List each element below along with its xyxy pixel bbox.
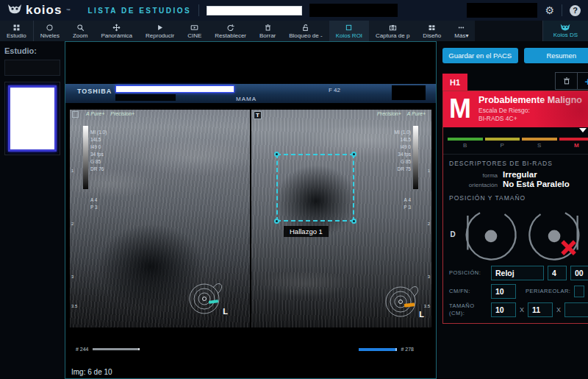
- finding-roi-label: Hallazgo 1: [284, 226, 329, 237]
- cmfn-field[interactable]: [491, 284, 516, 299]
- risk-scale-caption: Escala De Riesgo: BI-RADS 4C+: [478, 107, 582, 124]
- left-frame-scale: # 244: [76, 347, 140, 352]
- orientation-marker: T: [254, 111, 262, 119]
- finding-tab-actions: +: [555, 72, 588, 90]
- mode-labels-right: Precision+ A Pure+: [377, 111, 426, 116]
- left-frame-number: # 244: [76, 347, 89, 352]
- delete-finding-button[interactable]: [556, 73, 577, 89]
- toolbar-button-bloqueo[interactable]: Bloqueo de -: [282, 21, 329, 41]
- position-label: POSICIÓN:: [449, 269, 487, 277]
- toolbar-button-restablecer[interactable]: Restablecer: [208, 21, 253, 41]
- redacted-dicom-patient-name: [115, 85, 234, 93]
- risk-scale-bar: B P S M: [443, 127, 588, 150]
- header-divider-2: [562, 4, 562, 16]
- gear-icon[interactable]: ⚙: [545, 4, 554, 16]
- clock-minute-field[interactable]: [570, 266, 588, 280]
- classification-texts: Probablemente Maligno Escala De Riesgo: …: [478, 95, 582, 124]
- roi-handle[interactable]: [351, 152, 356, 157]
- toolbar-button-estudio[interactable]: Estudio: [0, 21, 33, 41]
- frame-scale-row: # 244 # 278: [65, 347, 436, 355]
- laterality-label: L: [223, 307, 228, 316]
- camera-icon: [389, 24, 397, 32]
- position-row: POSICIÓN:: [443, 263, 588, 282]
- toolbar-button-borrar[interactable]: Borrar: [253, 21, 282, 41]
- redacted-user-info: [467, 3, 537, 18]
- toolbar-button-cine[interactable]: CINE: [181, 21, 208, 41]
- right-frame-slider[interactable]: [359, 348, 397, 351]
- redacted-patient-id: [309, 4, 398, 17]
- left-breast-diagram[interactable]: [523, 206, 587, 263]
- redacted-study-field: [4, 60, 60, 76]
- cmfn-label: CM/FN:: [449, 288, 487, 295]
- roi-handle[interactable]: [351, 219, 356, 224]
- body-marker-icon: [187, 277, 226, 317]
- brand-trademark: ™: [65, 8, 70, 13]
- left-frame-slider[interactable]: [93, 348, 140, 350]
- toolbar-button-zoom[interactable]: Zoom: [66, 21, 94, 41]
- body-marker-right: L: [383, 280, 429, 322]
- dim-separator: X: [556, 306, 561, 314]
- size-dim1-field[interactable]: [491, 302, 516, 317]
- header-actions: ⚙ ?: [467, 3, 581, 18]
- header-divider: [198, 4, 199, 16]
- select-box-icon: [72, 111, 79, 118]
- toolbar-button-panoramica[interactable]: Panorámica: [94, 21, 139, 41]
- koios-ds-button[interactable]: Koios DS: [542, 21, 588, 41]
- ellipsis-icon: [457, 24, 465, 32]
- classification-title: Probablemente Maligno: [478, 95, 582, 105]
- risk-segment-b: B: [448, 138, 483, 149]
- right-breast-label: D: [448, 230, 456, 238]
- summary-button[interactable]: Resumen: [524, 48, 588, 63]
- size-dim2-field[interactable]: [528, 302, 553, 317]
- size-dim3-field[interactable]: [564, 302, 588, 317]
- toolbar-button-mas[interactable]: Más▾: [448, 21, 475, 41]
- app-window: koios ™ LISTA DE ESTUDIOS ⚙ ? Estudio Ni…: [0, 0, 588, 379]
- redacted-patient-name: [207, 6, 302, 15]
- toolbar-button-diseno[interactable]: Diseño: [416, 21, 448, 41]
- cmfn-row: CM/FN: PERIAREOLAR:: [443, 282, 588, 300]
- study-list-link[interactable]: LISTA DE ESTUDIOS: [87, 7, 191, 15]
- right-frame-scale: # 278: [359, 347, 414, 352]
- preset-readout-left: A 4 P 3: [90, 196, 98, 211]
- add-finding-button[interactable]: +: [577, 73, 588, 89]
- panel-buttons: Guardar en el PACS Resumen: [442, 48, 588, 63]
- descriptor-row-forma: forma Irregular: [443, 170, 588, 180]
- position-method-field[interactable]: [491, 266, 544, 280]
- periareolar-checkbox[interactable]: [574, 286, 584, 297]
- mode-labels-left: A Pure+ Precision+: [86, 111, 135, 116]
- image-counter: Img: 6 de 10: [71, 368, 112, 376]
- grid-icon: [12, 24, 21, 32]
- roi-handle[interactable]: [274, 219, 279, 224]
- size-row: TAMAÑO (CM): X X: [443, 300, 588, 323]
- grayscale-bar: [83, 126, 88, 189]
- toolbar-button-niveles[interactable]: Niveles: [33, 21, 66, 41]
- right-breast-diagram[interactable]: [459, 206, 522, 263]
- roi-square-icon: [345, 24, 353, 32]
- dim-separator: X: [520, 306, 524, 314]
- layout-icon: [428, 24, 436, 32]
- brand-name: koios: [26, 3, 62, 18]
- help-icon[interactable]: ?: [570, 5, 581, 16]
- save-pacs-button[interactable]: Guardar en el PACS: [442, 48, 518, 63]
- content-area: Estudio: TOSHIBA MAMA F 42 A: [0, 41, 588, 379]
- dicom-header-bar: TOSHIBA MAMA F 42: [65, 84, 436, 103]
- ultrasound-image-right[interactable]: T Precision+ A Pure+ MI (1.0) 14L5 I49 0…: [251, 110, 431, 327]
- roi-handle[interactable]: [274, 152, 279, 157]
- study-thumbnail[interactable]: [8, 85, 57, 152]
- thumbnail-list: [4, 82, 60, 155]
- redacted-dicom-date: [392, 85, 426, 100]
- finding-roi-box[interactable]: [276, 154, 354, 222]
- tech-readout-right: MI (1.0) 14L5 I49 0 34 fps G 85 DR 75: [395, 129, 411, 173]
- undo-icon: [226, 24, 234, 32]
- toolbar-button-reproducir[interactable]: Reproducir: [139, 21, 181, 41]
- toolbar-button-koios-roi[interactable]: Koios ROI: [329, 21, 369, 41]
- top-header: koios ™ LISTA DE ESTUDIOS ⚙ ?: [0, 0, 588, 21]
- owl-icon: [7, 4, 22, 17]
- body-marker-icon: [383, 280, 423, 320]
- image-viewer: TOSHIBA MAMA F 42 A Pure+ Precision+: [65, 41, 437, 379]
- ultrasound-image-left[interactable]: A Pure+ Precision+ MI (1.0) 14L5 I49 0 3…: [70, 110, 250, 327]
- toolbar-button-captura[interactable]: Captura de p: [369, 21, 416, 41]
- finding-tab-h1[interactable]: H1: [442, 74, 467, 91]
- classification-header: M Probablemente Maligno Escala De Riesgo…: [443, 91, 588, 127]
- clock-hour-field[interactable]: [548, 266, 567, 280]
